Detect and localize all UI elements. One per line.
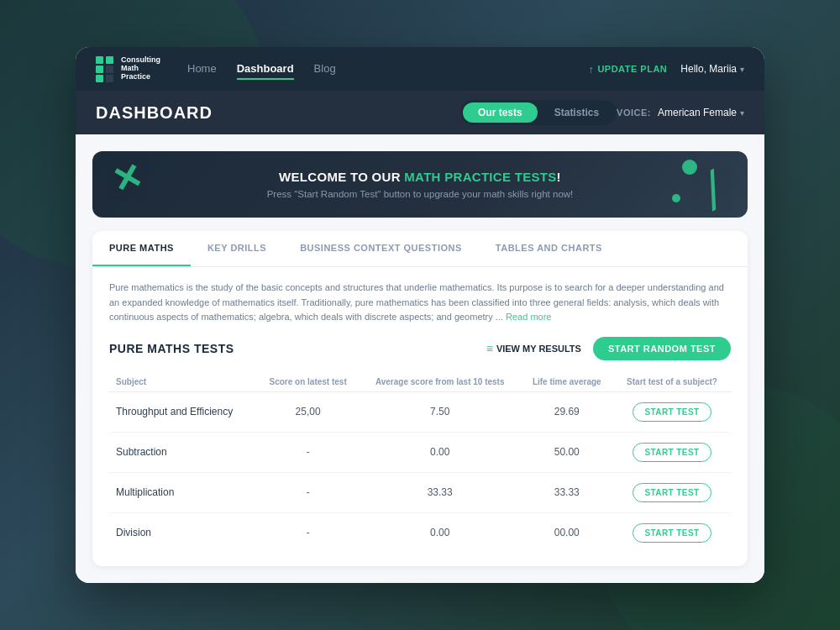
- section-title: PURE MATHS TESTS: [109, 342, 486, 355]
- banner-suffix: !: [557, 170, 561, 184]
- cat-tab-business-context[interactable]: BUSINESS CONTEXT QUESTIONS: [283, 231, 479, 266]
- sub-header: DASHBOARD Our tests Statistics VOICE: Am…: [76, 91, 764, 134]
- start-test-button[interactable]: START TEST: [633, 523, 712, 543]
- col-latest: Score on latest test: [256, 372, 359, 392]
- nav-right: UPDATE PLAN Hello, Mariia ▾: [588, 63, 744, 76]
- banner-prefix: WELCOME TO OUR: [279, 170, 404, 184]
- cell-action: START TEST: [613, 472, 731, 512]
- voice-value-text: American Female: [658, 107, 737, 118]
- main-content: ✕ ╱ WELCOME TO OUR MATH PRACTICE TESTS! …: [76, 134, 764, 583]
- cell-subject: Division: [109, 512, 256, 553]
- tab-statistics[interactable]: Statistics: [539, 102, 614, 123]
- banner-subtitle: Press "Start Random Test" button to upgr…: [119, 189, 721, 199]
- main-card: PURE MATHS KEY DRILLS BUSINESS CONTEXT Q…: [92, 231, 748, 566]
- logo: Consulting Math Practice: [96, 56, 160, 82]
- user-name: Hello, Mariia: [680, 63, 737, 75]
- cell-latest: -: [256, 432, 359, 472]
- results-table: Subject Score on latest test Average sco…: [109, 372, 731, 553]
- voice-selector: VOICE: American Female ▾: [617, 107, 744, 118]
- cell-latest: 25,00: [256, 391, 359, 432]
- cell-lifetime: 00.00: [521, 512, 613, 553]
- tab-our-tests[interactable]: Our tests: [463, 102, 538, 123]
- logo-cell: [106, 75, 113, 82]
- cat-tab-tables-charts[interactable]: TABLES AND CHARTS: [479, 231, 619, 266]
- logo-cell: [106, 56, 113, 64]
- nav-links: Home Dashboard Blog: [187, 59, 588, 80]
- category-tabs: PURE MATHS KEY DRILLS BUSINESS CONTEXT Q…: [92, 231, 748, 267]
- logo-cell: [106, 66, 113, 73]
- cell-subject: Throughput and Efficiency: [109, 391, 256, 432]
- action-row: PURE MATHS TESTS VIEW MY RESULTS START R…: [109, 337, 731, 360]
- top-nav: Consulting Math Practice Home Dashboard …: [76, 47, 764, 91]
- logo-icon: [96, 56, 114, 82]
- cell-avg10: 33.33: [360, 472, 521, 512]
- table-header-row: Subject Score on latest test Average sco…: [109, 372, 731, 392]
- banner-highlight: MATH PRACTICE TESTS: [404, 170, 556, 184]
- logo-cell: [96, 56, 103, 64]
- dashboard-tabs: Our tests Statistics: [460, 100, 617, 125]
- nav-dashboard[interactable]: Dashboard: [237, 59, 294, 80]
- cat-tab-pure-maths[interactable]: PURE MATHS: [92, 231, 191, 266]
- page-title: DASHBOARD: [96, 103, 460, 123]
- view-results-button[interactable]: VIEW MY RESULTS: [486, 342, 581, 355]
- logo-line3: Practice: [121, 73, 160, 81]
- cell-avg10: 0.00: [360, 432, 521, 472]
- cell-lifetime: 33.33: [521, 472, 613, 512]
- start-random-button[interactable]: START RANDOM TEST: [593, 337, 731, 360]
- logo-text: Consulting Math Practice: [121, 56, 160, 81]
- col-avg10: Average score from last 10 tests: [360, 372, 521, 392]
- table-row: Subtraction - 0.00 50.00 START TEST: [109, 432, 731, 472]
- card-content: Pure mathematics is the study of the bas…: [92, 267, 748, 566]
- chevron-down-icon: ▾: [740, 65, 744, 74]
- logo-cell: [96, 66, 103, 73]
- nav-home[interactable]: Home: [187, 59, 217, 80]
- cell-subject: Multiplication: [109, 472, 256, 512]
- cat-tab-key-drills[interactable]: KEY DRILLS: [191, 231, 283, 266]
- nav-blog[interactable]: Blog: [314, 59, 336, 80]
- app-window: Consulting Math Practice Home Dashboard …: [76, 47, 764, 583]
- voice-label: VOICE:: [617, 108, 651, 118]
- cell-lifetime: 29.69: [521, 391, 613, 432]
- cell-action: START TEST: [613, 391, 731, 432]
- cell-latest: -: [256, 512, 359, 553]
- cell-avg10: 0.00: [360, 512, 521, 553]
- update-plan-button[interactable]: UPDATE PLAN: [588, 63, 667, 76]
- col-lifetime: Life time average: [521, 372, 613, 392]
- start-test-button[interactable]: START TEST: [633, 402, 712, 422]
- voice-value-button[interactable]: American Female ▾: [658, 107, 744, 118]
- cell-avg10: 7.50: [360, 391, 521, 432]
- start-test-button[interactable]: START TEST: [633, 443, 712, 462]
- col-action: Start test of a subject?: [613, 372, 731, 392]
- user-menu[interactable]: Hello, Mariia ▾: [680, 63, 744, 75]
- desc-body: Pure mathematics is the study of the bas…: [109, 282, 724, 322]
- description-text: Pure mathematics is the study of the bas…: [109, 281, 731, 325]
- table-row: Multiplication - 33.33 33.33 START TEST: [109, 472, 731, 512]
- start-test-button[interactable]: START TEST: [633, 483, 712, 502]
- cell-action: START TEST: [613, 432, 731, 472]
- cell-latest: -: [256, 472, 359, 512]
- logo-cell: [96, 75, 103, 82]
- table-row: Throughput and Efficiency 25,00 7.50 29.…: [109, 391, 731, 432]
- col-subject: Subject: [109, 372, 256, 392]
- cell-subject: Subtraction: [109, 432, 256, 472]
- banner-title: WELCOME TO OUR MATH PRACTICE TESTS!: [119, 170, 721, 184]
- voice-chevron-icon: ▾: [740, 108, 744, 118]
- cell-action: START TEST: [613, 512, 731, 553]
- welcome-banner: ✕ ╱ WELCOME TO OUR MATH PRACTICE TESTS! …: [92, 151, 748, 218]
- table-row: Division - 0.00 00.00 START TEST: [109, 512, 731, 553]
- read-more-link[interactable]: Read more: [506, 312, 551, 322]
- cell-lifetime: 50.00: [521, 432, 613, 472]
